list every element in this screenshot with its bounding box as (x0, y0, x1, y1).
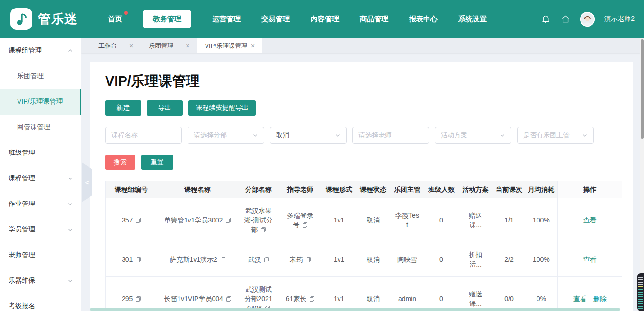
bell-icon[interactable] (540, 14, 551, 24)
filter-input-0[interactable]: 课程名称 (105, 127, 182, 144)
user-name[interactable]: 演示老师2 (604, 15, 635, 23)
copy-icon[interactable] (136, 296, 141, 302)
export-button[interactable]: 导出 (147, 100, 183, 116)
tab-close-icon[interactable]: × (186, 43, 189, 49)
cell-name: 单簧管1v1学员3002 (157, 198, 238, 242)
content-area: VIP/乐理课管理 新建 导出 课程续费提醒导出 课程名称请选择分部取消请选择老… (81, 53, 640, 311)
vertical-scrollbar[interactable] (640, 38, 644, 311)
copy-icon[interactable] (264, 257, 269, 262)
app-window: 管乐迷 首页教务管理运营管理交易管理内容管理商品管理报表中心系统设置 (0, 0, 644, 311)
tab-close-icon[interactable]: × (251, 43, 255, 49)
sidebar-item-label: 考级报名 (9, 302, 35, 311)
brand-logo-icon[interactable] (10, 8, 32, 30)
nav-item-5[interactable]: 商品管理 (360, 10, 388, 28)
sidebar-subitem-0-2[interactable]: 网管课管理 (0, 115, 81, 140)
vertical-scrollbar-thumb[interactable] (641, 39, 644, 139)
avatar[interactable] (580, 12, 595, 27)
corner-extension-widget[interactable] (637, 273, 644, 311)
copy-icon[interactable] (221, 257, 225, 262)
tab-1[interactable]: 乐团管理× (141, 38, 197, 53)
courses-table: 课程组编号 课程名称 分部名称 指导老师 课程形式 课程状态 乐团主管 班级人数… (106, 181, 622, 311)
tab-label: VIP/乐理课管理 (205, 42, 247, 50)
nav-item-label: 商品管理 (360, 15, 388, 23)
cell-text: 李霞Test (395, 212, 419, 229)
nav-item-1[interactable]: 教务管理 (143, 10, 191, 28)
col-header-operations: 操作 (557, 181, 622, 198)
sidebar-item-1[interactable]: 班级管理 (0, 140, 81, 166)
nav-item-0[interactable]: 首页 (108, 10, 122, 28)
table-row-0: 357 单簧管1v1学员3002 武汉水果湖-测试分部 多端登录号 1v1取消李… (106, 198, 622, 242)
cell-status: 取消 (357, 277, 390, 311)
filter-select-1[interactable]: 请选择分部 (188, 127, 264, 144)
op-link-查看[interactable]: 查看 (583, 216, 597, 224)
copy-icon[interactable] (303, 222, 307, 228)
notification-dot (124, 11, 128, 15)
search-button[interactable]: 搜索 (105, 155, 135, 170)
cell-text: 0/0 (504, 295, 513, 302)
cell-text: admin (398, 295, 416, 302)
cell-branch: 武汉 (238, 242, 279, 277)
cell-teacher: 多端登录号 (279, 198, 322, 242)
reset-button[interactable]: 重置 (141, 155, 173, 170)
copy-icon[interactable] (226, 296, 231, 302)
filter-select-4[interactable]: 活动方案 (435, 127, 511, 144)
filter-select-2[interactable]: 取消 (270, 127, 347, 144)
sidebar-collapse-handle[interactable]: < (82, 162, 92, 202)
sidebar-item-0[interactable]: 课程组管理 (0, 38, 81, 63)
sidebar-subitem-0-0[interactable]: 乐团管理 (0, 63, 81, 89)
op-link-查看[interactable]: 查看 (573, 295, 587, 302)
tab-close-icon[interactable]: × (129, 43, 133, 49)
cell-name: 萨克斯1v1演示2 (157, 242, 238, 277)
cell-text: 1v1 (334, 216, 345, 224)
cell-students: 0 (425, 242, 458, 277)
cell-text: 长笛1v1VIP学员004 (164, 295, 223, 302)
copy-icon[interactable] (261, 227, 266, 232)
create-button[interactable]: 新建 (105, 100, 141, 116)
filter-text: 课程名称 (111, 131, 138, 140)
renewal-reminder-export-button[interactable]: 课程续费提醒导出 (188, 100, 256, 116)
nav-item-7[interactable]: 系统设置 (458, 10, 487, 28)
nav-item-4[interactable]: 内容管理 (311, 10, 339, 28)
op-link-删除[interactable]: 删除 (593, 295, 607, 302)
nav-item-6[interactable]: 报表中心 (409, 10, 438, 28)
sidebar-item-6[interactable]: 乐器维保 (0, 268, 81, 293)
tab-2[interactable]: VIP/乐理课管理× (197, 38, 262, 53)
sidebar-item-label: 班级管理 (9, 149, 35, 157)
cell-form: 1v1 (322, 242, 357, 277)
cell-text: 赠送课... (469, 290, 482, 307)
copy-icon[interactable] (310, 296, 314, 302)
sidebar-subitem-0-1[interactable]: VIP/乐理课管理 (0, 89, 81, 115)
nav-item-label: 报表中心 (409, 15, 438, 23)
nav-item-label: 运营管理 (212, 15, 241, 23)
sidebar-item-3[interactable]: 作业管理 (0, 191, 81, 217)
copy-icon[interactable] (136, 218, 141, 223)
copy-icon[interactable] (136, 257, 141, 262)
cell-session: 2/2 (493, 242, 525, 277)
horizontal-scrollbar-thumb[interactable] (90, 308, 620, 311)
sidebar-item-5[interactable]: 老师管理 (0, 242, 81, 268)
sidebar-item-4[interactable]: 学员管理 (0, 217, 81, 242)
sidebar-item-7[interactable]: 考级报名 (0, 293, 81, 311)
filter-select-5[interactable]: 是否有乐团主管 (517, 127, 594, 144)
nav-item-2[interactable]: 运营管理 (212, 10, 241, 28)
cell-text: 1v1 (334, 256, 345, 263)
sidebar-item-label: 课程管理 (9, 174, 35, 183)
copy-icon[interactable] (226, 218, 231, 223)
filter-text: 取消 (276, 131, 289, 140)
cell-text: 2/2 (504, 256, 513, 263)
cell-operations: 查看 (557, 198, 622, 242)
cell-text: 100% (533, 216, 550, 224)
sidebar-item-label: 网管课管理 (17, 123, 50, 132)
col-header-status: 课程状态 (357, 181, 390, 198)
col-header-session: 当前课次 (493, 181, 525, 198)
nav-item-3[interactable]: 交易管理 (261, 10, 290, 28)
copy-icon[interactable] (306, 257, 311, 262)
filter-input-3[interactable]: 请选择老师 (352, 127, 429, 144)
home-icon[interactable] (560, 14, 571, 24)
col-header-branch: 分部名称 (238, 181, 279, 198)
tab-0[interactable]: 工作台× (91, 38, 141, 53)
cell-consume: 100% (525, 242, 557, 277)
sidebar-item-2[interactable]: 课程管理 (0, 166, 81, 191)
op-link-查看[interactable]: 查看 (583, 256, 597, 263)
sidebar-item-label: 乐团管理 (17, 72, 44, 80)
